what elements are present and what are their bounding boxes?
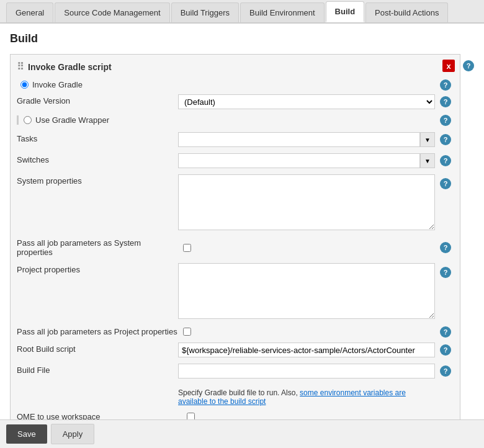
build-file-control	[178, 364, 435, 379]
root-build-script-input[interactable]	[178, 343, 435, 357]
close-section-button[interactable]: x	[442, 60, 455, 72]
info-text-row: Specify Gradle build file to run. Also, …	[17, 385, 454, 406]
tasks-dropdown-button[interactable]: ▼	[420, 132, 435, 147]
tab-post-build[interactable]: Post-build Actions	[365, 2, 448, 22]
root-build-script-label: Root Build script	[17, 343, 178, 354]
pass-proj-props-row: Pass all job parameters as Project prope…	[17, 327, 454, 336]
tab-build-environment[interactable]: Build Environment	[240, 2, 325, 22]
root-build-script-control	[178, 343, 435, 357]
invoke-gradle-label: Invoke Gradle	[32, 80, 83, 89]
footer-bar: Save Apply	[0, 419, 484, 448]
build-file-row: Build File ?	[17, 364, 454, 379]
gradle-version-control: (Default)	[178, 94, 435, 109]
system-props-help-icon[interactable]: ?	[440, 178, 451, 189]
pass-proj-props-help-icon[interactable]: ?	[440, 326, 451, 338]
section-title: Invoke Gradle script	[28, 62, 112, 72]
switches-label: Switches	[17, 153, 178, 164]
info-spacer	[17, 385, 178, 387]
drag-handle-icon[interactable]: ⠿	[17, 61, 24, 73]
project-props-help-icon[interactable]: ?	[440, 267, 451, 278]
use-wrapper-help-icon[interactable]: ?	[440, 115, 451, 126]
pass-sys-props-checkbox[interactable]	[183, 244, 191, 252]
section-help-icon[interactable]: ?	[463, 60, 474, 71]
switches-input[interactable]	[178, 153, 420, 168]
project-props-textarea[interactable]	[178, 263, 435, 319]
gradle-version-row: Gradle Version (Default) ?	[17, 94, 454, 109]
pass-proj-props-checkbox[interactable]	[183, 328, 191, 336]
build-file-input[interactable]	[178, 364, 435, 379]
build-file-help-icon[interactable]: ?	[440, 365, 451, 377]
switches-dropdown-button[interactable]: ▼	[420, 153, 435, 168]
switches-control: ▼	[178, 153, 435, 168]
pass-proj-props-label: Pass all job parameters as Project prope…	[17, 327, 178, 336]
root-build-script-row: Root Build script ?	[17, 343, 454, 357]
gradle-version-help-icon[interactable]: ?	[440, 96, 451, 107]
project-props-control	[178, 263, 435, 321]
pass-sys-props-label: Pass all job parameters as System proper…	[17, 238, 178, 257]
system-props-row: System properties ?	[17, 174, 454, 232]
switches-help-icon[interactable]: ?	[440, 155, 451, 166]
switches-row: Switches ▼ ?	[17, 153, 454, 168]
info-static-text: Specify Gradle build file to run. Also,	[178, 388, 300, 397]
project-props-row: Project properties ?	[17, 263, 454, 321]
use-wrapper-radio[interactable]	[24, 116, 32, 124]
tasks-label: Tasks	[17, 132, 178, 143]
gradle-version-select[interactable]: (Default)	[178, 94, 435, 109]
tab-build[interactable]: Build	[326, 1, 365, 22]
tasks-row: Tasks ▼ ?	[17, 132, 454, 147]
system-props-label: System properties	[17, 174, 178, 186]
page-content: Build ⠿ Invoke Gradle script x Invoke Gr…	[0, 24, 484, 448]
pass-sys-props-help-icon[interactable]: ?	[440, 242, 451, 253]
use-wrapper-radio-row: Use Gradle Wrapper ?	[17, 115, 454, 125]
build-file-label: Build File	[17, 364, 178, 375]
gradle-version-label: Gradle Version	[17, 94, 178, 105]
page-title: Build	[10, 32, 474, 45]
tab-general[interactable]: General	[6, 2, 53, 22]
root-build-script-help-icon[interactable]: ?	[440, 344, 451, 356]
invoke-gradle-section: ⠿ Invoke Gradle script x Invoke Gradle ?…	[10, 54, 460, 434]
tasks-help-icon[interactable]: ?	[440, 134, 451, 145]
tasks-input[interactable]	[178, 132, 420, 147]
system-props-textarea[interactable]	[178, 174, 435, 230]
info-text-block: Specify Gradle build file to run. Also, …	[178, 385, 435, 406]
tabs-bar: General Source Code Management Build Tri…	[0, 0, 484, 24]
pass-sys-props-row: Pass all job parameters as System proper…	[17, 238, 454, 257]
system-props-control	[178, 174, 435, 232]
project-props-label: Project properties	[17, 263, 178, 274]
tab-build-triggers[interactable]: Build Triggers	[171, 2, 239, 22]
save-button[interactable]: Save	[6, 424, 47, 444]
use-wrapper-label: Use Gradle Wrapper	[35, 115, 109, 125]
apply-button[interactable]: Apply	[51, 424, 95, 444]
tasks-control: ▼	[178, 132, 435, 147]
tab-scm[interactable]: Source Code Management	[55, 2, 169, 22]
invoke-gradle-help-icon[interactable]: ?	[440, 79, 451, 91]
section-header: ⠿ Invoke Gradle script	[17, 61, 454, 73]
invoke-gradle-radio[interactable]	[20, 81, 29, 89]
invoke-gradle-radio-row: Invoke Gradle ?	[17, 80, 454, 89]
